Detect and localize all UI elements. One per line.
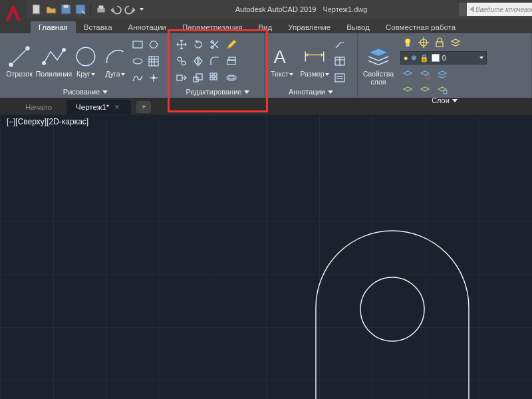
lock-icon[interactable] bbox=[432, 35, 447, 50]
dimension-tool[interactable]: Размер bbox=[298, 45, 331, 78]
layer-extra-6-icon[interactable] bbox=[435, 82, 450, 96]
drawing-canvas[interactable]: [–][Сверху][2D-каркас] bbox=[0, 114, 532, 399]
svg-rect-55 bbox=[436, 42, 443, 47]
svg-point-56 bbox=[426, 75, 430, 79]
bulb-icon[interactable] bbox=[400, 35, 415, 50]
svg-rect-14 bbox=[149, 57, 158, 66]
panel-edit-title[interactable]: Редактирование bbox=[174, 86, 261, 98]
table-icon[interactable] bbox=[332, 54, 347, 68]
doc-tab-start[interactable]: Начало bbox=[16, 100, 64, 114]
tab-collab[interactable]: Совместная работа bbox=[378, 21, 464, 33]
polyline-tool[interactable]: Полилиния bbox=[37, 45, 70, 78]
svg-rect-31 bbox=[177, 75, 182, 80]
line-tool[interactable]: Отрезок bbox=[3, 45, 36, 78]
svg-point-9 bbox=[43, 61, 46, 65]
arc-icon bbox=[102, 45, 128, 68]
new-icon[interactable] bbox=[31, 3, 43, 15]
arc-tool[interactable]: Дуга bbox=[101, 45, 129, 78]
layer-extra-1-icon[interactable] bbox=[400, 67, 415, 82]
panel-layers-title[interactable]: Слои bbox=[360, 95, 529, 106]
hatch-icon[interactable] bbox=[146, 54, 161, 68]
trim-icon[interactable] bbox=[207, 37, 222, 52]
tab-insert[interactable]: Вставка bbox=[76, 21, 120, 33]
rotate-icon[interactable] bbox=[191, 37, 205, 52]
open-icon[interactable] bbox=[45, 3, 57, 15]
fillet-icon[interactable] bbox=[207, 54, 222, 68]
layer-match-icon[interactable] bbox=[448, 35, 463, 50]
svg-point-39 bbox=[229, 76, 234, 79]
tab-manage[interactable]: Управление bbox=[280, 21, 338, 33]
save-icon[interactable] bbox=[60, 3, 72, 15]
layer-extra-2-icon[interactable] bbox=[418, 67, 432, 82]
rect-icon[interactable] bbox=[130, 37, 145, 52]
svg-rect-37 bbox=[214, 77, 217, 80]
spline-icon[interactable] bbox=[130, 70, 145, 85]
ribbon: Отрезок Полилиния Круг Дуга bbox=[0, 33, 532, 98]
undo-icon[interactable] bbox=[110, 3, 122, 15]
arrow-icon bbox=[469, 6, 474, 13]
drawing-shape bbox=[0, 114, 532, 399]
close-icon[interactable]: × bbox=[114, 102, 119, 112]
pencil-icon[interactable] bbox=[224, 37, 239, 52]
polygon-icon[interactable] bbox=[146, 37, 161, 52]
layer-combo[interactable]: ● ❄ 🔒 0 bbox=[400, 51, 487, 65]
layer-extra-5-icon[interactable] bbox=[418, 82, 432, 96]
svg-rect-47 bbox=[335, 74, 344, 82]
redo-icon[interactable] bbox=[124, 3, 136, 15]
circle-tool[interactable]: Круг bbox=[72, 45, 100, 78]
quick-access-toolbar bbox=[31, 0, 144, 19]
tab-home[interactable]: Главная bbox=[31, 21, 76, 33]
copy-icon[interactable] bbox=[174, 54, 189, 68]
svg-point-7 bbox=[9, 63, 13, 66]
svg-rect-51 bbox=[406, 44, 409, 46]
annot-small bbox=[332, 37, 347, 85]
doc-tab-drawing[interactable]: Чертеж1*× bbox=[66, 100, 131, 114]
layer-extra-3-icon[interactable] bbox=[435, 67, 450, 82]
freeze-icon[interactable] bbox=[416, 35, 431, 50]
tab-view[interactable]: Вид bbox=[250, 21, 280, 33]
layers-icon bbox=[365, 45, 392, 68]
svg-point-10 bbox=[63, 48, 66, 51]
bulb-icon: ● bbox=[404, 54, 408, 62]
ribbon-tabs: Главная Вставка Аннотации Параметризация… bbox=[0, 19, 532, 33]
explode-icon[interactable] bbox=[224, 54, 239, 68]
svg-rect-12 bbox=[133, 41, 142, 48]
offset-icon[interactable] bbox=[224, 70, 239, 85]
svg-rect-5 bbox=[99, 5, 104, 9]
ellipse-icon[interactable] bbox=[130, 54, 145, 68]
layer-properties[interactable]: Свойства слоя bbox=[360, 45, 396, 86]
saveas-icon[interactable] bbox=[74, 3, 86, 15]
svg-line-28 bbox=[181, 61, 182, 62]
move-icon[interactable] bbox=[174, 37, 189, 52]
svg-point-38 bbox=[227, 75, 236, 80]
text-tool[interactable]: A Текст bbox=[267, 45, 297, 78]
draw-small-tools bbox=[130, 37, 161, 85]
point-icon[interactable] bbox=[146, 70, 161, 85]
tab-output[interactable]: Вывод bbox=[338, 21, 378, 33]
panel-annot-title[interactable]: Аннотации bbox=[267, 86, 354, 98]
keyword-search[interactable]: Введите ключевое сло bbox=[459, 3, 532, 16]
tab-annotations[interactable]: Аннотации bbox=[120, 21, 174, 33]
svg-point-11 bbox=[76, 47, 95, 66]
stretch-icon[interactable] bbox=[174, 70, 189, 85]
mirror-icon[interactable] bbox=[191, 54, 205, 68]
app-logo[interactable] bbox=[0, 0, 27, 27]
add-tab-button[interactable]: + bbox=[136, 101, 151, 113]
svg-point-50 bbox=[405, 39, 410, 44]
line-icon bbox=[6, 45, 33, 68]
array-icon[interactable] bbox=[207, 70, 222, 85]
svg-point-13 bbox=[133, 59, 142, 64]
polyline-icon bbox=[41, 45, 67, 68]
svg-point-8 bbox=[26, 47, 29, 50]
layer-extra-4-icon[interactable] bbox=[400, 82, 415, 96]
leader-icon[interactable] bbox=[332, 37, 347, 52]
scale-icon[interactable] bbox=[191, 70, 205, 85]
tab-parametric[interactable]: Параметризация bbox=[174, 21, 250, 33]
svg-rect-34 bbox=[210, 73, 213, 76]
panel-draw-title[interactable]: Рисование bbox=[3, 86, 168, 98]
mtext-icon[interactable] bbox=[332, 70, 347, 85]
panel-draw: Отрезок Полилиния Круг Дуга bbox=[0, 33, 172, 98]
svg-rect-58 bbox=[444, 90, 447, 94]
plot-icon[interactable] bbox=[95, 3, 107, 15]
svg-rect-35 bbox=[214, 73, 217, 76]
